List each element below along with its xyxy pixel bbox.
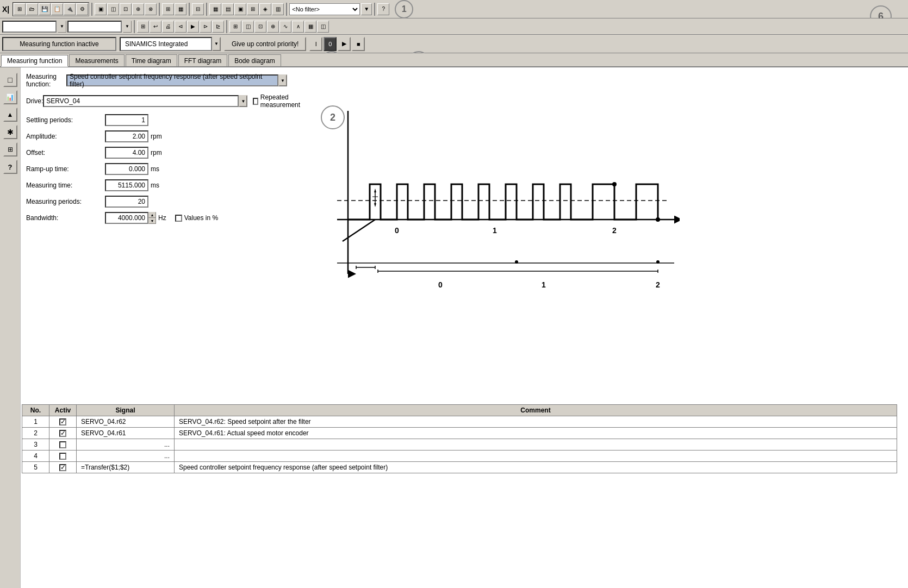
- sidebar-btn-up[interactable]: ▲: [3, 108, 17, 122]
- measuring-periods-row: Measuring periods:: [26, 196, 287, 208]
- row1-signal: SERVO_04.r62: [77, 416, 175, 428]
- row4-checkbox[interactable]: [59, 453, 66, 460]
- tb-b3[interactable]: ⊡: [120, 3, 132, 15]
- tb-e3[interactable]: ▣: [234, 3, 246, 15]
- settling-input[interactable]: [105, 114, 148, 126]
- row5-no: 5: [22, 462, 49, 473]
- row2-active[interactable]: ✓: [49, 428, 77, 439]
- sidebar-btn-help[interactable]: ?: [3, 160, 17, 174]
- tb2-a5[interactable]: ▶: [187, 21, 199, 33]
- ctrl-stop-button[interactable]: ■: [352, 37, 365, 51]
- tb-connect[interactable]: 🔌: [64, 3, 76, 15]
- tb-b2[interactable]: ◫: [107, 3, 119, 15]
- tb-e6[interactable]: ▥: [272, 3, 284, 15]
- row5-active[interactable]: ✓: [49, 462, 77, 473]
- tb-e5[interactable]: ◈: [259, 3, 271, 15]
- tb2-b8[interactable]: ◫: [317, 21, 329, 33]
- tb2-b4[interactable]: ⊕: [267, 21, 279, 33]
- ctrl-play-button[interactable]: ▶: [338, 37, 351, 51]
- amplitude-unit: rpm: [151, 133, 162, 140]
- tb2-b6[interactable]: ∧: [292, 21, 304, 33]
- row2-checkbox[interactable]: ✓: [59, 430, 66, 437]
- sidebar-btn-grid[interactable]: ⊞: [3, 142, 17, 157]
- tb-help[interactable]: ?: [377, 3, 389, 15]
- ctrl-0-button[interactable]: 0: [324, 37, 337, 51]
- row2-no: 2: [22, 428, 49, 439]
- sidebar-btn-new[interactable]: □: [3, 73, 17, 87]
- row2-signal: SERVO_04.r61: [77, 428, 175, 439]
- tb2-a1[interactable]: ⊞: [137, 21, 149, 33]
- sinamics-dropdown[interactable]: SINAMICS Integrated: [120, 37, 212, 51]
- tb2-a2[interactable]: ↩: [150, 21, 161, 33]
- bandwidth-up[interactable]: ▲: [148, 212, 156, 218]
- tb2-b1[interactable]: ⊞: [229, 21, 241, 33]
- annotation-circle2: 2: [321, 105, 345, 129]
- sep3: [189, 3, 190, 16]
- measuring-function-field[interactable]: Speed controller setpoint frequency resp…: [66, 74, 278, 86]
- table-row: 4 ...: [22, 451, 897, 462]
- waveform-diagram: 0 1 2 0 1 2: [288, 100, 680, 306]
- measuring-time-input[interactable]: [105, 179, 148, 191]
- sidebar-btn-star[interactable]: ✱: [3, 125, 17, 139]
- tb2-b3[interactable]: ⊡: [254, 21, 266, 33]
- tb-open[interactable]: 🗁: [26, 3, 38, 15]
- measuring-periods-input[interactable]: [105, 196, 148, 208]
- tab-measurements[interactable]: Measurements: [69, 54, 124, 66]
- tb-save[interactable]: 💾: [39, 3, 51, 15]
- tb-b4[interactable]: ⊕: [132, 3, 144, 15]
- tb-d1[interactable]: ⊟: [192, 3, 204, 15]
- values-pct-checkbox[interactable]: [175, 215, 182, 222]
- tab-fft-diagram[interactable]: FFT diagram: [178, 54, 227, 66]
- amplitude-input[interactable]: [105, 130, 148, 142]
- tb-e4[interactable]: ⊞: [247, 3, 259, 15]
- tab-measuring-function[interactable]: Measuring function: [1, 55, 68, 67]
- tb-c2[interactable]: ▦: [175, 3, 186, 15]
- row3-active[interactable]: [49, 439, 77, 451]
- tb-e1[interactable]: ▦: [209, 3, 221, 15]
- drive-field[interactable]: SERVO_04: [43, 95, 239, 107]
- tb2-a6[interactable]: ⊳: [200, 21, 212, 33]
- tb-new[interactable]: ⊞: [14, 3, 26, 15]
- tb2-a3[interactable]: 🖨: [162, 21, 174, 33]
- tb-e2[interactable]: ▤: [222, 3, 234, 15]
- offset-input[interactable]: [105, 147, 148, 159]
- row1-checkbox[interactable]: ✓: [59, 418, 66, 426]
- row1-active[interactable]: ✓: [49, 416, 77, 428]
- measuring-function-arrow[interactable]: ▼: [278, 74, 287, 86]
- tb-save2[interactable]: 📋: [51, 3, 63, 15]
- filter-dropdown[interactable]: <No filter>: [289, 3, 360, 15]
- row4-active[interactable]: [49, 451, 77, 462]
- drive-arrow[interactable]: ▼: [239, 95, 247, 107]
- bandwidth-down[interactable]: ▼: [148, 218, 156, 224]
- bandwidth-row: Bandwidth: ▲ ▼ Hz Values in %: [26, 212, 287, 224]
- tb-b5[interactable]: ⊗: [145, 3, 157, 15]
- repeated-checkbox[interactable]: [253, 98, 258, 105]
- combo2-arrow[interactable]: ▼: [123, 21, 132, 33]
- tab-time-diagram[interactable]: Time diagram: [126, 54, 177, 66]
- ramp-input[interactable]: [105, 163, 148, 175]
- sinamics-arrow[interactable]: ▼: [212, 37, 221, 51]
- measuring-function-row: Measuring function: Speed controller set…: [26, 73, 287, 88]
- give-up-button[interactable]: Give up control priority!: [224, 37, 306, 51]
- row5-checkbox[interactable]: ✓: [59, 464, 66, 471]
- combo2[interactable]: [67, 21, 122, 33]
- tb2-b2[interactable]: ◫: [242, 21, 254, 33]
- combo1[interactable]: [2, 21, 57, 33]
- tab-bode-diagram[interactable]: Bode diagram: [228, 54, 281, 66]
- tb2-b5[interactable]: ∿: [279, 21, 291, 33]
- ctrl-i-button[interactable]: I: [309, 37, 322, 51]
- tb-b1[interactable]: ▣: [95, 3, 107, 15]
- combo1-arrow[interactable]: ▼: [58, 21, 66, 33]
- tb-c1[interactable]: ⊞: [162, 3, 174, 15]
- table-section: No. Activ Signal Comment 1 ✓ SERVO_04.r6…: [22, 404, 897, 473]
- tb2-a7[interactable]: ⊵: [212, 21, 224, 33]
- tb-settings[interactable]: ⚙: [76, 3, 88, 15]
- ramp-unit: ms: [151, 165, 159, 173]
- sep4: [206, 3, 207, 16]
- bandwidth-input[interactable]: [105, 212, 148, 224]
- tb2-b7[interactable]: ▦: [304, 21, 316, 33]
- row3-checkbox[interactable]: [59, 441, 66, 448]
- tb2-a4[interactable]: ⊲: [175, 21, 186, 33]
- sidebar-btn-chart[interactable]: 📊: [3, 90, 17, 104]
- filter-arrow[interactable]: ▼: [361, 3, 372, 15]
